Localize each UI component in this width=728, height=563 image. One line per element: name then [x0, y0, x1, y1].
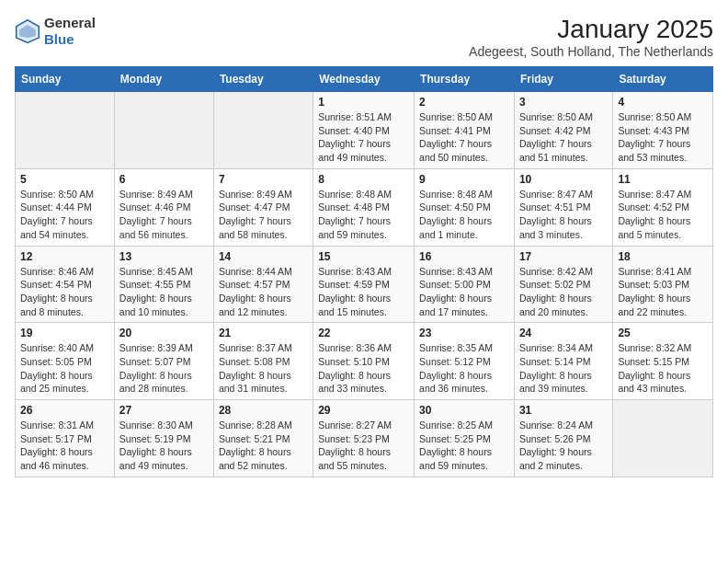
day-info: Sunrise: 8:50 AM Sunset: 4:42 PM Dayligh… [519, 110, 608, 165]
calendar-cell: 29Sunrise: 8:27 AM Sunset: 5:23 PM Dayli… [313, 400, 415, 477]
calendar-cell: 13Sunrise: 8:45 AM Sunset: 4:55 PM Dayli… [114, 246, 213, 323]
day-number: 16 [419, 250, 509, 263]
calendar-cell: 5Sunrise: 8:50 AM Sunset: 4:44 PM Daylig… [16, 168, 115, 246]
calendar-cell: 21Sunrise: 8:37 AM Sunset: 5:08 PM Dayli… [213, 323, 313, 400]
day-info: Sunrise: 8:39 AM Sunset: 5:07 PM Dayligh… [119, 341, 209, 396]
day-info: Sunrise: 8:44 AM Sunset: 4:57 PM Dayligh… [219, 265, 308, 319]
day-info: Sunrise: 8:42 AM Sunset: 5:02 PM Dayligh… [519, 265, 608, 319]
day-number: 25 [618, 327, 708, 339]
calendar-cell: 17Sunrise: 8:42 AM Sunset: 5:02 PM Dayli… [514, 246, 612, 323]
calendar-cell: 8Sunrise: 8:48 AM Sunset: 4:48 PM Daylig… [313, 168, 415, 246]
day-info: Sunrise: 8:51 AM Sunset: 4:40 PM Dayligh… [318, 110, 409, 165]
day-number: 14 [219, 250, 308, 263]
day-number: 8 [318, 173, 409, 186]
day-number: 26 [20, 404, 109, 417]
day-number: 12 [20, 250, 109, 263]
weekday-header-thursday: Thursday [415, 67, 515, 92]
day-number: 9 [419, 173, 509, 186]
calendar-cell [213, 92, 313, 169]
day-info: Sunrise: 8:45 AM Sunset: 4:55 PM Dayligh… [119, 265, 209, 319]
day-info: Sunrise: 8:43 AM Sunset: 5:00 PM Dayligh… [419, 265, 509, 319]
day-number: 28 [219, 404, 308, 417]
day-number: 7 [219, 173, 308, 186]
title-area: January 2025 Adegeest, South Holland, Th… [469, 15, 713, 59]
day-info: Sunrise: 8:31 AM Sunset: 5:17 PM Dayligh… [20, 419, 109, 473]
calendar-cell: 10Sunrise: 8:47 AM Sunset: 4:51 PM Dayli… [514, 168, 612, 246]
calendar-cell: 22Sunrise: 8:36 AM Sunset: 5:10 PM Dayli… [313, 323, 415, 400]
calendar-cell: 15Sunrise: 8:43 AM Sunset: 4:59 PM Dayli… [313, 246, 415, 323]
weekday-header-tuesday: Tuesday [213, 67, 313, 92]
calendar-cell: 24Sunrise: 8:34 AM Sunset: 5:14 PM Dayli… [514, 323, 612, 400]
calendar-cell: 27Sunrise: 8:30 AM Sunset: 5:19 PM Dayli… [114, 400, 213, 477]
day-number: 20 [119, 327, 209, 339]
day-info: Sunrise: 8:47 AM Sunset: 4:52 PM Dayligh… [618, 188, 708, 242]
calendar-cell: 4Sunrise: 8:50 AM Sunset: 4:43 PM Daylig… [613, 92, 713, 169]
day-number: 6 [119, 173, 209, 186]
logo-blue: Blue [44, 31, 96, 48]
day-number: 17 [519, 250, 608, 263]
calendar-cell [613, 400, 713, 477]
day-info: Sunrise: 8:43 AM Sunset: 4:59 PM Dayligh… [318, 265, 409, 319]
calendar-cell: 2Sunrise: 8:50 AM Sunset: 4:41 PM Daylig… [415, 92, 515, 169]
weekday-header-monday: Monday [114, 67, 213, 92]
calendar-week-row: 26Sunrise: 8:31 AM Sunset: 5:17 PM Dayli… [16, 400, 713, 477]
calendar-cell: 28Sunrise: 8:28 AM Sunset: 5:21 PM Dayli… [213, 400, 313, 477]
day-number: 3 [519, 96, 608, 109]
calendar-cell: 3Sunrise: 8:50 AM Sunset: 4:42 PM Daylig… [514, 92, 612, 169]
day-number: 24 [519, 327, 608, 339]
day-number: 5 [20, 173, 109, 186]
logo-general: General [44, 15, 96, 31]
calendar-cell [16, 92, 115, 169]
location-subtitle: Adegeest, South Holland, The Netherlands [469, 44, 713, 59]
day-info: Sunrise: 8:48 AM Sunset: 4:50 PM Dayligh… [419, 188, 509, 242]
day-number: 27 [119, 404, 209, 417]
day-info: Sunrise: 8:50 AM Sunset: 4:41 PM Dayligh… [419, 110, 509, 165]
day-info: Sunrise: 8:30 AM Sunset: 5:19 PM Dayligh… [119, 419, 209, 473]
calendar-cell: 7Sunrise: 8:49 AM Sunset: 4:47 PM Daylig… [213, 168, 313, 246]
calendar-cell: 14Sunrise: 8:44 AM Sunset: 4:57 PM Dayli… [213, 246, 313, 323]
day-info: Sunrise: 8:40 AM Sunset: 5:05 PM Dayligh… [20, 341, 109, 396]
day-info: Sunrise: 8:49 AM Sunset: 4:46 PM Dayligh… [119, 188, 209, 242]
calendar-cell: 12Sunrise: 8:46 AM Sunset: 4:54 PM Dayli… [16, 246, 115, 323]
day-number: 29 [318, 404, 409, 417]
calendar-cell: 11Sunrise: 8:47 AM Sunset: 4:52 PM Dayli… [613, 168, 713, 246]
month-year-title: January 2025 [469, 15, 713, 44]
day-number: 15 [318, 250, 409, 263]
day-info: Sunrise: 8:46 AM Sunset: 4:54 PM Dayligh… [20, 265, 109, 319]
logo-text: General Blue [44, 15, 96, 48]
calendar-cell: 19Sunrise: 8:40 AM Sunset: 5:05 PM Dayli… [16, 323, 115, 400]
day-info: Sunrise: 8:32 AM Sunset: 5:15 PM Dayligh… [618, 341, 708, 396]
day-info: Sunrise: 8:49 AM Sunset: 4:47 PM Dayligh… [219, 188, 308, 242]
day-number: 21 [219, 327, 308, 339]
day-number: 22 [318, 327, 409, 339]
day-info: Sunrise: 8:34 AM Sunset: 5:14 PM Dayligh… [519, 341, 608, 396]
weekday-header-friday: Friday [514, 67, 612, 92]
day-info: Sunrise: 8:37 AM Sunset: 5:08 PM Dayligh… [219, 341, 308, 396]
day-number: 11 [618, 173, 708, 186]
weekday-header-sunday: Sunday [16, 67, 115, 92]
calendar-week-row: 1Sunrise: 8:51 AM Sunset: 4:40 PM Daylig… [16, 92, 713, 169]
day-info: Sunrise: 8:41 AM Sunset: 5:03 PM Dayligh… [618, 265, 708, 319]
day-number: 30 [419, 404, 509, 417]
calendar-table: SundayMondayTuesdayWednesdayThursdayFrid… [15, 66, 713, 477]
day-info: Sunrise: 8:50 AM Sunset: 4:44 PM Dayligh… [20, 188, 109, 242]
day-number: 1 [318, 96, 409, 109]
calendar-cell: 25Sunrise: 8:32 AM Sunset: 5:15 PM Dayli… [613, 323, 713, 400]
day-info: Sunrise: 8:28 AM Sunset: 5:21 PM Dayligh… [219, 419, 308, 473]
day-info: Sunrise: 8:24 AM Sunset: 5:26 PM Dayligh… [519, 419, 608, 473]
day-info: Sunrise: 8:48 AM Sunset: 4:48 PM Dayligh… [318, 188, 409, 242]
logo-icon [15, 18, 40, 44]
calendar-cell: 30Sunrise: 8:25 AM Sunset: 5:25 PM Dayli… [415, 400, 515, 477]
calendar-cell [114, 92, 213, 169]
day-number: 10 [519, 173, 608, 186]
calendar-cell: 1Sunrise: 8:51 AM Sunset: 4:40 PM Daylig… [313, 92, 415, 169]
day-number: 13 [119, 250, 209, 263]
calendar-cell: 23Sunrise: 8:35 AM Sunset: 5:12 PM Dayli… [415, 323, 515, 400]
weekday-header-saturday: Saturday [613, 67, 713, 92]
day-number: 19 [20, 327, 109, 339]
calendar-cell: 6Sunrise: 8:49 AM Sunset: 4:46 PM Daylig… [114, 168, 213, 246]
day-number: 4 [618, 96, 708, 109]
calendar-cell: 31Sunrise: 8:24 AM Sunset: 5:26 PM Dayli… [514, 400, 612, 477]
calendar-cell: 18Sunrise: 8:41 AM Sunset: 5:03 PM Dayli… [613, 246, 713, 323]
calendar-cell: 20Sunrise: 8:39 AM Sunset: 5:07 PM Dayli… [114, 323, 213, 400]
